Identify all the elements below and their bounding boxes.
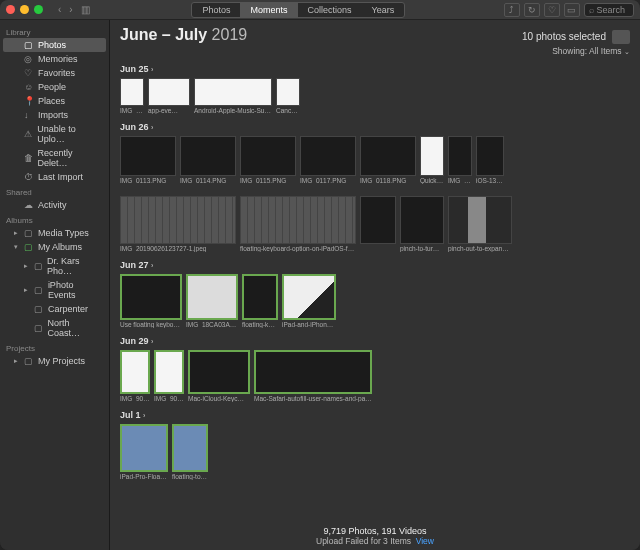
sidebar-item-last-import[interactable]: ⏱Last Import [0, 170, 109, 184]
thumb-caption: IMG_18CA03A83… [186, 320, 238, 328]
sidebar-heading: Library [0, 24, 109, 38]
sidebar-item-label: Photos [38, 40, 66, 50]
tab-photos[interactable]: Photos [192, 3, 240, 17]
sidebar-glyph-icon: 📍 [24, 96, 34, 106]
sidebar-glyph-icon: ◎ [24, 54, 34, 64]
upload-status: Upload Failed for 3 Items [316, 536, 411, 546]
photo-thumb[interactable]: Use floating keyboard handle to spring b… [120, 274, 182, 328]
photo-thumb[interactable]: IMG_0117.PNG [300, 136, 356, 184]
photo-thumb[interactable]: IMG_0113.PNG [120, 136, 176, 184]
photo-thumb[interactable]: floating-to-stand… [172, 424, 208, 480]
photo-thumb[interactable]: iPad-Pro-Floating… [120, 424, 168, 480]
view-segmented-control: PhotosMomentsCollectionsYears [191, 2, 405, 18]
sidebar-glyph-icon: ▢ [34, 304, 44, 314]
sidebar-item-memories[interactable]: ◎Memories [0, 52, 109, 66]
photo-thumb[interactable]: Mac-Safari-autofill-user-names-and-passw… [254, 350, 372, 402]
upload-view-link[interactable]: View [416, 536, 434, 546]
sidebar-item-iphoto-events[interactable]: ▸▢iPhoto Events [0, 278, 109, 302]
photo-thumb[interactable]: IMG_1… [120, 78, 144, 114]
thumb-caption: iPad-Pro-Floating… [120, 472, 168, 480]
photo-thumb[interactable]: IMG_0… [448, 136, 472, 184]
sidebar-heading: Projects [0, 340, 109, 354]
photo-thumb[interactable]: Cancel-Ap… [276, 78, 300, 114]
day-header[interactable]: Jun 29 › [120, 336, 630, 346]
sidebar-item-label: North Coast… [48, 318, 103, 338]
sidebar-glyph-icon: ▢ [24, 242, 34, 252]
sidebar-item-my-albums[interactable]: ▾▢My Albums [0, 240, 109, 254]
sidebar-toggle-icon[interactable]: ▥ [78, 4, 93, 15]
thumb-caption: Use floating keyboard handle to spring b… [120, 320, 182, 328]
sidebar-item-imports[interactable]: ↓Imports [0, 108, 109, 122]
sidebar-item-activity[interactable]: ☁Activity [0, 198, 109, 212]
day-header[interactable]: Jul 1 › [120, 410, 630, 420]
sidebar-item-label: Activity [38, 200, 67, 210]
sidebar-glyph-icon: ⚠ [24, 129, 34, 139]
photo-thumb[interactable]: floating-keyboar… [242, 274, 278, 328]
photo-thumb[interactable]: iOS-13… [476, 136, 504, 184]
photo-thumb[interactable]: floating-keyboard-option-on-iPadOS-full-… [240, 196, 356, 252]
sidebar-item-my-projects[interactable]: ▸▢My Projects [0, 354, 109, 368]
photo-thumb[interactable]: app-eve… [148, 78, 190, 114]
day-header[interactable]: Jun 25 › [120, 64, 630, 74]
photo-thumb[interactable]: IMG_0114.PNG [180, 136, 236, 184]
minimize-window-button[interactable] [20, 5, 29, 14]
share-button[interactable]: ⤴ [504, 3, 520, 17]
sidebar-item-label: Unable to Uplo… [37, 124, 103, 144]
photo-thumb[interactable]: Mac-iCloud-Keyc… [188, 350, 250, 402]
thumb-caption: floating-keyboard-option-on-iPadOS-full-… [240, 244, 356, 252]
photo-thumb[interactable]: IMG_9024.P… [154, 350, 184, 402]
sidebar-item-favorites[interactable]: ♡Favorites [0, 66, 109, 80]
thumb-caption: app-eve… [148, 106, 178, 114]
photo-thumb[interactable]: pinch-out-to-expand-floating-keyboard-t… [448, 196, 512, 252]
thumb-caption: floating-keyboar… [242, 320, 278, 328]
photo-thumb[interactable]: IMG_20190626123727-1.jpeg [120, 196, 236, 252]
thumb-caption: IMG_0114.PNG [180, 176, 226, 184]
fullscreen-window-button[interactable] [34, 5, 43, 14]
showing-filter[interactable]: Showing: All Items ⌄ [120, 46, 630, 56]
thumb-caption: QuickPath-keyb… [420, 176, 444, 184]
thumb-caption: pinch-out-to-expand-floating-keyboard-t… [448, 244, 512, 252]
sidebar-item-label: Carpenter [48, 304, 88, 314]
info-button[interactable]: ▭ [564, 3, 580, 17]
photo-thumb[interactable]: IMG_0118.PNG [360, 136, 416, 184]
photo-thumb[interactable]: pinch-to-tur… [400, 196, 444, 252]
thumb-caption: IMG_0118.PNG [360, 176, 406, 184]
sidebar-item-media-types[interactable]: ▸▢Media Types [0, 226, 109, 240]
sidebar-item-dr-kars-pho-[interactable]: ▸▢Dr. Kars Pho… [0, 254, 109, 278]
sidebar-item-label: Favorites [38, 68, 75, 78]
photo-thumb[interactable]: QuickPath-keyb… [420, 136, 444, 184]
day-header[interactable]: Jun 27 › [120, 260, 630, 270]
library-counts: 9,719 Photos, 191 Videos [110, 526, 640, 536]
sidebar-item-label: iPhoto Events [48, 280, 103, 300]
photo-thumb[interactable] [360, 196, 396, 252]
photo-thumb[interactable]: IMG_0115.PNG [240, 136, 296, 184]
grid-size-icon[interactable] [612, 30, 630, 44]
sidebar-item-unable-to-uplo-[interactable]: ⚠Unable to Uplo… [0, 122, 109, 146]
page-title: June – July 2019 [120, 26, 247, 44]
photo-thumb[interactable]: IMG_18CA03A83… [186, 274, 238, 328]
sidebar-glyph-icon: ▢ [34, 323, 44, 333]
sidebar-item-places[interactable]: 📍Places [0, 94, 109, 108]
sidebar-item-people[interactable]: ☺People [0, 80, 109, 94]
photo-thumb[interactable]: IMG_9025.P… [120, 350, 150, 402]
back-button[interactable]: ‹ [55, 4, 64, 15]
favorite-button[interactable]: ♡ [544, 3, 560, 17]
thumb-caption: Mac-iCloud-Keyc… [188, 394, 244, 402]
sidebar-heading: Albums [0, 212, 109, 226]
photo-thumb[interactable]: Android-Apple-Music-Subscription.jpg [194, 78, 272, 114]
close-window-button[interactable] [6, 5, 15, 14]
tab-years[interactable]: Years [362, 3, 405, 17]
rotate-button[interactable]: ↻ [524, 3, 540, 17]
tab-collections[interactable]: Collections [298, 3, 362, 17]
forward-button[interactable]: › [66, 4, 75, 15]
thumb-caption: floating-to-stand… [172, 472, 208, 480]
sidebar-item-photos[interactable]: ▢Photos [3, 38, 106, 52]
tab-moments[interactable]: Moments [240, 3, 297, 17]
sidebar-item-north-coast-[interactable]: ▢North Coast… [0, 316, 109, 340]
sidebar-item-carpenter[interactable]: ▢Carpenter [0, 302, 109, 316]
search-input[interactable]: Search [584, 3, 634, 17]
day-header[interactable]: Jun 26 › [120, 122, 630, 132]
sidebar-item-label: Dr. Kars Pho… [47, 256, 103, 276]
sidebar-item-recently-delet-[interactable]: 🗑Recently Delet… [0, 146, 109, 170]
photo-thumb[interactable]: iPad-and-iPhone… [282, 274, 336, 328]
